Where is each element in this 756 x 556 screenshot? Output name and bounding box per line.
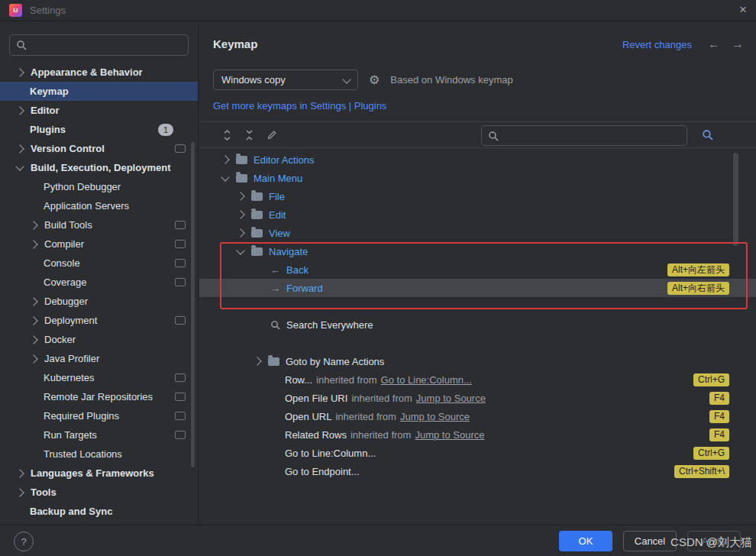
- settings-search-box[interactable]: [9, 34, 189, 56]
- chevron-placeholder: [31, 394, 36, 399]
- chevron-placeholder: [31, 184, 36, 189]
- chevron-down-icon[interactable]: [221, 173, 229, 181]
- sidebar-item-version-control[interactable]: Version Control: [0, 139, 198, 158]
- inherited-action-link[interactable]: Jump to Source: [415, 429, 484, 441]
- forward-arrow-icon[interactable]: →: [732, 37, 744, 51]
- sidebar-item-python-debugger[interactable]: Python Debugger: [0, 177, 198, 196]
- sidebar-item-remote-jar-repositories[interactable]: Remote Jar Repositories: [0, 387, 198, 406]
- tree-row-go-to-line-column[interactable]: Go to Line:Column... Ctrl+G: [199, 444, 756, 462]
- sidebar-item-compiler[interactable]: Compiler: [0, 234, 198, 254]
- inherited-action-link[interactable]: Jump to Source: [400, 411, 470, 422]
- tree-scrollbar[interactable]: [733, 153, 738, 246]
- chevron-right-icon[interactable]: [29, 335, 37, 344]
- monitor-icon: [175, 240, 186, 248]
- tree-row-row[interactable]: Row... inherited from Go to Line:Column.…: [199, 370, 756, 389]
- tree-row-open-file-uri[interactable]: Open File URI inherited from Jump to Sou…: [199, 389, 756, 407]
- sidebar-item-debugger[interactable]: Debugger: [0, 292, 198, 311]
- shortcut-badge: F4: [709, 392, 729, 405]
- sidebar-item-console[interactable]: Console: [0, 254, 198, 273]
- sidebar-item-editor[interactable]: Editor: [0, 101, 198, 120]
- sidebar-item-plugins[interactable]: Plugins 1: [0, 120, 198, 139]
- inherited-action-link[interactable]: Jump to Source: [416, 393, 486, 404]
- search-icon: [16, 40, 27, 50]
- shortcut-badge: F4: [709, 428, 729, 441]
- revert-changes-link[interactable]: Revert changes: [622, 39, 692, 50]
- chevron-right-icon[interactable]: [29, 316, 37, 325]
- sidebar-item-deployment[interactable]: Deployment: [0, 311, 198, 330]
- chevron-right-icon[interactable]: [15, 144, 24, 153]
- back-arrow-icon[interactable]: ←: [708, 37, 720, 51]
- chevron-right-icon[interactable]: [29, 354, 37, 363]
- keymap-scheme-dropdown[interactable]: Windows copy: [213, 70, 358, 90]
- sidebar-item-docker[interactable]: Docker: [0, 330, 198, 349]
- collapse-all-icon[interactable]: [244, 130, 254, 141]
- chevron-right-icon[interactable]: [29, 297, 37, 305]
- sidebar-item-trusted-locations[interactable]: Trusted Locations: [0, 444, 198, 464]
- sidebar-item-application-servers[interactable]: Application Servers: [0, 196, 198, 215]
- actions-search-input[interactable]: [503, 129, 680, 142]
- chevron-right-icon[interactable]: [29, 221, 37, 229]
- chevron-placeholder: [17, 509, 22, 514]
- cancel-button[interactable]: Cancel: [623, 531, 677, 551]
- back-arrow-icon: ←: [270, 264, 280, 276]
- sidebar-item-required-plugins[interactable]: Required Plugins: [0, 406, 198, 425]
- gear-icon[interactable]: ⚙: [369, 74, 380, 86]
- find-actions-by-shortcut-icon[interactable]: [702, 129, 713, 143]
- tree-row-go-to-endpoint[interactable]: Go to Endpoint... Ctrl+Shift+\: [199, 462, 756, 480]
- tree-row-view[interactable]: View: [199, 224, 756, 242]
- chevron-right-icon[interactable]: [15, 106, 24, 115]
- tree-row-back[interactable]: ← Back Alt+向左箭头: [199, 260, 756, 279]
- tree-row-navigate[interactable]: Navigate: [199, 242, 756, 260]
- sidebar-item-build-execution-deployment[interactable]: Build, Execution, Deployment: [0, 158, 198, 177]
- sidebar-item-keymap[interactable]: Keymap: [0, 82, 198, 101]
- chevron-right-icon[interactable]: [236, 228, 244, 237]
- sidebar-item-backup-and-sync[interactable]: Backup and Sync: [0, 502, 198, 521]
- folder-icon: [236, 156, 247, 164]
- chevron-right-icon[interactable]: [29, 240, 37, 248]
- tree-row-goto-by-name-actions[interactable]: Goto by Name Actions: [199, 352, 756, 370]
- sidebar-item-build-tools[interactable]: Build Tools: [0, 215, 198, 234]
- folder-icon: [251, 229, 263, 238]
- chevron-placeholder: [17, 127, 22, 132]
- chevron-right-icon[interactable]: [253, 357, 261, 365]
- sidebar-scrollbar[interactable]: [191, 142, 195, 467]
- tree-row-editor-actions[interactable]: Editor Actions: [199, 150, 756, 169]
- chevron-right-icon[interactable]: [236, 210, 244, 218]
- chevron-right-icon[interactable]: [15, 68, 24, 76]
- monitor-icon: [175, 259, 186, 267]
- chevron-right-icon[interactable]: [15, 469, 24, 477]
- tree-row-related-rows[interactable]: Related Rows inherited from Jump to Sour…: [199, 425, 756, 444]
- monitor-icon: [175, 373, 186, 382]
- chevron-down-icon[interactable]: [236, 246, 244, 254]
- monitor-icon: [175, 278, 186, 286]
- chevron-right-icon[interactable]: [236, 192, 244, 200]
- sidebar-item-java-profiler[interactable]: Java Profiler: [0, 349, 198, 368]
- expand-all-icon[interactable]: [222, 130, 232, 141]
- actions-search-box[interactable]: [481, 125, 687, 146]
- inherited-action-link[interactable]: Go to Line:Column...: [381, 374, 472, 386]
- chevron-down-icon[interactable]: [15, 162, 24, 170]
- sidebar-item-run-targets[interactable]: Run Targets: [0, 425, 198, 444]
- chevron-right-icon[interactable]: [221, 155, 229, 163]
- tree-row-main-menu[interactable]: Main Menu: [199, 169, 756, 187]
- keymap-panel: Keymap Revert changes ← → Windows copy ⚙…: [199, 22, 756, 525]
- sidebar-item-kubernetes[interactable]: Kubernetes: [0, 368, 198, 387]
- sidebar-item-coverage[interactable]: Coverage: [0, 273, 198, 292]
- settings-search-input[interactable]: [31, 39, 182, 52]
- close-icon[interactable]: ×: [739, 2, 747, 18]
- sidebar-item-tools[interactable]: Tools: [0, 483, 198, 502]
- search-icon: [270, 320, 280, 330]
- ok-button[interactable]: OK: [559, 531, 612, 551]
- help-button[interactable]: ?: [14, 532, 34, 551]
- tree-row-search-everywhere[interactable]: Search Everywhere: [199, 315, 756, 334]
- tree-row-file[interactable]: File: [199, 187, 756, 205]
- tree-row-edit[interactable]: Edit: [199, 205, 756, 224]
- sidebar-item-appearance-behavior[interactable]: Appearance & Behavior: [0, 63, 198, 82]
- sidebar-item-languages-frameworks[interactable]: Languages & Frameworks: [0, 464, 198, 483]
- edit-shortcut-icon[interactable]: [267, 130, 277, 141]
- tree-row-forward[interactable]: → Forward Alt+向右箭头: [199, 279, 756, 297]
- chevron-right-icon[interactable]: [15, 488, 24, 496]
- settings-sidebar: Appearance & Behavior Keymap Editor Plug…: [0, 22, 199, 525]
- tree-row-open-url[interactable]: Open URL inherited from Jump to Source F…: [199, 407, 756, 425]
- get-more-keymaps-link[interactable]: Get more keymaps in Settings | Plugins: [213, 100, 386, 112]
